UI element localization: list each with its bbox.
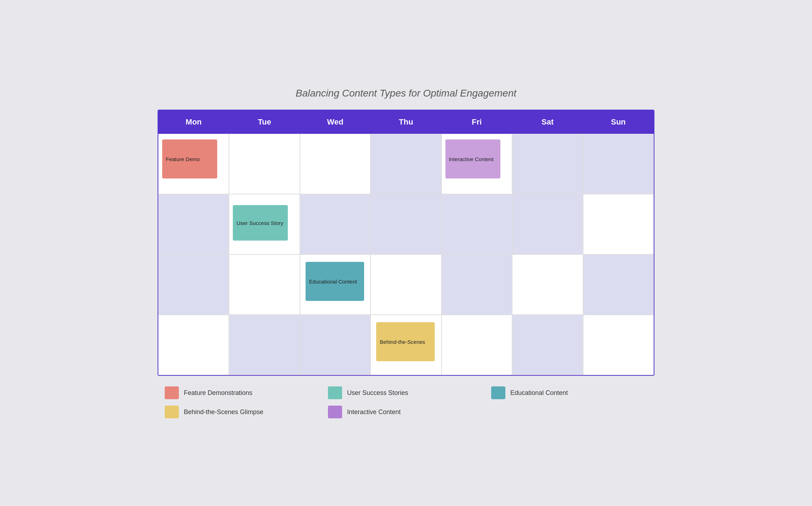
legend-interactive-label: Interactive Content bbox=[347, 408, 401, 416]
header-thu: Thu bbox=[371, 110, 441, 134]
cell-r1c5: Interactive Content bbox=[441, 134, 512, 194]
cell-r3c7 bbox=[583, 254, 654, 315]
legend-behind-label: Behind-the-Scenes Glimpse bbox=[184, 408, 263, 416]
legend-feature-label: Feature Demonstrations bbox=[184, 389, 252, 397]
legend-educational-label: Educational Content bbox=[510, 389, 568, 397]
cell-r2c2: User Success Story bbox=[229, 194, 300, 254]
cell-r4c2 bbox=[229, 315, 300, 375]
cell-r4c1 bbox=[158, 315, 229, 375]
cell-r2c3 bbox=[300, 194, 371, 254]
cell-r2c6 bbox=[512, 194, 583, 254]
calendar-header: Mon Tue Wed Thu Fri Sat Sun bbox=[158, 110, 654, 134]
header-sat: Sat bbox=[512, 110, 583, 134]
event-feature-demo[interactable]: Feature Demo bbox=[162, 139, 217, 178]
swatch-feature bbox=[165, 386, 179, 399]
cell-r2c1 bbox=[158, 194, 229, 254]
header-sun: Sun bbox=[583, 110, 654, 134]
header-fri: Fri bbox=[441, 110, 512, 134]
cell-r1c1: Feature Demo bbox=[158, 134, 229, 194]
calendar-body: Feature Demo Interactive Content User Su… bbox=[158, 134, 654, 375]
cell-r4c7 bbox=[583, 315, 654, 375]
swatch-user-success bbox=[328, 386, 342, 399]
chart-title: Balancing Content Types for Optimal Enga… bbox=[158, 88, 654, 99]
swatch-interactive bbox=[328, 406, 342, 418]
cell-r2c5 bbox=[441, 194, 512, 254]
cell-r1c3 bbox=[300, 134, 371, 194]
legend-user-success: User Success Stories bbox=[328, 386, 484, 399]
cell-r2c4 bbox=[371, 194, 441, 254]
swatch-educational bbox=[491, 386, 505, 399]
legend-educational: Educational Content bbox=[491, 386, 647, 399]
cell-r4c3 bbox=[300, 315, 371, 375]
cell-r2c7 bbox=[583, 194, 654, 254]
cell-r3c3: Educational Content bbox=[300, 254, 371, 315]
cell-r3c5 bbox=[441, 254, 512, 315]
event-educational[interactable]: Educational Content bbox=[306, 262, 364, 301]
cell-r4c5 bbox=[441, 315, 512, 375]
event-interactive[interactable]: Interactive Content bbox=[445, 139, 500, 178]
event-behind-scenes[interactable]: Behind-the-Scenes bbox=[376, 322, 435, 361]
swatch-behind bbox=[165, 406, 179, 418]
header-wed: Wed bbox=[300, 110, 371, 134]
cell-r3c1 bbox=[158, 254, 229, 315]
event-user-success[interactable]: User Success Story bbox=[233, 205, 288, 241]
legend-interactive: Interactive Content bbox=[328, 406, 484, 418]
legend: Feature Demonstrations User Success Stor… bbox=[158, 386, 654, 418]
legend-behind: Behind-the-Scenes Glimpse bbox=[165, 406, 321, 418]
cell-r4c6 bbox=[512, 315, 583, 375]
cell-r3c2 bbox=[229, 254, 300, 315]
cell-r3c4 bbox=[371, 254, 441, 315]
calendar: Mon Tue Wed Thu Fri Sat Sun Feature Demo… bbox=[158, 110, 654, 376]
legend-user-success-label: User Success Stories bbox=[347, 389, 408, 397]
cell-r4c4: Behind-the-Scenes bbox=[371, 315, 441, 375]
header-mon: Mon bbox=[158, 110, 229, 134]
cell-r1c2 bbox=[229, 134, 300, 194]
cell-r1c6 bbox=[512, 134, 583, 194]
legend-feature: Feature Demonstrations bbox=[165, 386, 321, 399]
header-tue: Tue bbox=[229, 110, 300, 134]
main-container: Balancing Content Types for Optimal Enga… bbox=[158, 88, 654, 418]
cell-r1c7 bbox=[583, 134, 654, 194]
cell-r3c6 bbox=[512, 254, 583, 315]
cell-r1c4 bbox=[371, 134, 441, 194]
